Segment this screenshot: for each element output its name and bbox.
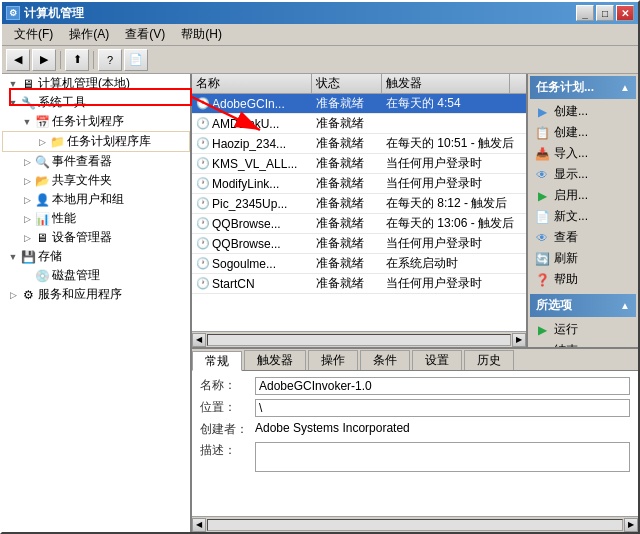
task-cell-status: 准备就绪: [312, 94, 382, 113]
table-row[interactable]: 🕐 Pic_2345Up... 准备就绪 在每天的 8:12 - 触发后: [192, 194, 526, 214]
prop-input-name[interactable]: [255, 377, 630, 395]
tab-actions[interactable]: 操作: [308, 350, 358, 370]
help-button[interactable]: ?: [98, 49, 122, 71]
tree-system-tools[interactable]: ▼ 🔧 系统工具: [2, 93, 190, 112]
tab-settings[interactable]: 设置: [412, 350, 462, 370]
task-icon-4: 🕐: [196, 177, 210, 190]
col-header-name[interactable]: 名称: [192, 74, 312, 93]
maximize-button[interactable]: □: [596, 5, 614, 21]
enable-icon: ▶: [534, 188, 550, 204]
tree-storage[interactable]: ▼ 💾 存储: [2, 247, 190, 266]
ops-new[interactable]: 📄 新文...: [530, 206, 636, 227]
ops-collapse-1[interactable]: ▲: [620, 82, 630, 93]
ops-create-2[interactable]: 📋 创建...: [530, 122, 636, 143]
task-table-body[interactable]: 🕐 AdobeGCIn... 准备就绪 在每天的 4:54 🕐 A: [192, 94, 526, 331]
task-icon-2: 🕐: [196, 137, 210, 150]
import-icon: 📥: [534, 146, 550, 162]
ops-import[interactable]: 📥 导入...: [530, 143, 636, 164]
expand-icon-library: ▷: [35, 135, 49, 149]
prop-row-location: 位置：: [200, 399, 630, 417]
prop-input-desc[interactable]: [255, 442, 630, 472]
window-title: 计算机管理: [24, 5, 84, 22]
tree-system-tools-label: 系统工具: [38, 94, 86, 111]
task-icon-6: 🕐: [196, 217, 210, 230]
forward-button[interactable]: ▶: [32, 49, 56, 71]
tree-task-library-label: 任务计划程序库: [67, 133, 151, 150]
task-cell-trigger: 在每天的 8:12 - 触发后: [382, 194, 526, 213]
up-button[interactable]: ⬆: [65, 49, 89, 71]
table-row[interactable]: 🕐 Sogoulme... 准备就绪 在系统启动时: [192, 254, 526, 274]
tree-root[interactable]: ▼ 🖥 计算机管理(本地): [2, 74, 190, 93]
horizontal-scrollbar[interactable]: ◀ ▶: [192, 331, 526, 347]
close-button[interactable]: ✕: [616, 5, 634, 21]
task-cell-status: 准备就绪: [312, 194, 382, 213]
table-row[interactable]: 🕐 ModifyLink... 准备就绪 当任何用户登录时: [192, 174, 526, 194]
refresh-icon: 🔄: [534, 251, 550, 267]
properties-h-scrollbar[interactable]: ◀ ▶: [192, 516, 638, 532]
tree-services[interactable]: ▷ ⚙ 服务和应用程序: [2, 285, 190, 304]
tab-general[interactable]: 常规: [192, 351, 242, 371]
ops-view[interactable]: 👁 查看: [530, 227, 636, 248]
menu-help[interactable]: 帮助(H): [173, 24, 230, 45]
col-header-status[interactable]: 状态: [312, 74, 382, 93]
expand-icon-storage: ▼: [6, 250, 20, 264]
tab-history[interactable]: 历史: [464, 350, 514, 370]
tree-event-viewer[interactable]: ▷ 🔍 事件查看器: [2, 152, 190, 171]
task-cell-trigger: 在每天的 13:06 - 触发后: [382, 214, 526, 233]
storage-icon: 💾: [20, 249, 36, 265]
h-scroll-track[interactable]: [207, 334, 511, 346]
ops-enable-label: 启用...: [554, 187, 588, 204]
ops-end[interactable]: ⏹ 结束: [530, 340, 636, 347]
ops-help[interactable]: ❓ 帮助: [530, 269, 636, 290]
tree-task-scheduler[interactable]: ▼ 📅 任务计划程序: [2, 112, 190, 131]
props-h-scroll-track[interactable]: [207, 519, 623, 531]
ops-create-1[interactable]: ▶ 创建...: [530, 101, 636, 122]
table-row[interactable]: 🕐 QQBrowse... 准备就绪 在每天的 13:06 - 触发后: [192, 214, 526, 234]
task-cell-status: 准备就绪: [312, 174, 382, 193]
prop-label-location: 位置：: [200, 399, 255, 416]
main-content: ▼ 🖥 计算机管理(本地) ▼ 🔧 系统工具 ▼ 📅 任务计划程序: [2, 74, 638, 532]
ops-enable[interactable]: ▶ 启用...: [530, 185, 636, 206]
table-row[interactable]: 🕐 Haozip_234... 准备就绪 在每天的 10:51 - 触发后: [192, 134, 526, 154]
ops-display[interactable]: 👁 显示...: [530, 164, 636, 185]
table-row[interactable]: 🕐 KMS_VL_ALL... 准备就绪 当任何用户登录时: [192, 154, 526, 174]
doc-button[interactable]: 📄: [124, 49, 148, 71]
tree-device-manager[interactable]: ▷ 🖥 设备管理器: [2, 228, 190, 247]
h-scroll-right[interactable]: ▶: [512, 333, 526, 347]
minimize-button[interactable]: _: [576, 5, 594, 21]
h-scroll-left[interactable]: ◀: [192, 333, 206, 347]
menu-action[interactable]: 操作(A): [61, 24, 117, 45]
task-cell-status: 准备就绪: [312, 134, 382, 153]
menu-view[interactable]: 查看(V): [117, 24, 173, 45]
task-icon-9: 🕐: [196, 277, 210, 290]
table-row[interactable]: 🕐 AMDLinkU... 准备就绪: [192, 114, 526, 134]
tree-task-scheduler-label: 任务计划程序: [52, 113, 124, 130]
expand-icon-services: ▷: [6, 288, 20, 302]
operations-panel: 任务计划... ▲ ▶ 创建... 📋 创建... 📥: [528, 74, 638, 347]
task-cell-status: 准备就绪: [312, 274, 382, 293]
props-h-scroll-left[interactable]: ◀: [192, 518, 206, 532]
ops-section-1-header: 任务计划... ▲: [530, 76, 636, 99]
menu-file[interactable]: 文件(F): [6, 24, 61, 45]
tree-shared-folders[interactable]: ▷ 📂 共享文件夹: [2, 171, 190, 190]
tree-disk-management[interactable]: 💿 磁盘管理: [2, 266, 190, 285]
back-button[interactable]: ◀: [6, 49, 30, 71]
tab-conditions[interactable]: 条件: [360, 350, 410, 370]
expand-icon-users: ▷: [20, 193, 34, 207]
ops-refresh[interactable]: 🔄 刷新: [530, 248, 636, 269]
table-row[interactable]: 🕐 StartCN 准备就绪 当任何用户登录时: [192, 274, 526, 294]
table-row[interactable]: 🕐 AdobeGCIn... 准备就绪 在每天的 4:54: [192, 94, 526, 114]
tree-performance[interactable]: ▷ 📊 性能: [2, 209, 190, 228]
menu-bar: 文件(F) 操作(A) 查看(V) 帮助(H): [2, 24, 638, 46]
tab-triggers[interactable]: 触发器: [244, 350, 306, 370]
props-h-scroll-right[interactable]: ▶: [624, 518, 638, 532]
ops-run[interactable]: ▶ 运行: [530, 319, 636, 340]
prop-input-location[interactable]: [255, 399, 630, 417]
tree-task-library[interactable]: ▷ 📁 任务计划程序库: [2, 131, 190, 152]
table-row[interactable]: 🕐 QQBrowse... 准备就绪 当任何用户登录时: [192, 234, 526, 254]
col-header-trigger[interactable]: 触发器: [382, 74, 510, 93]
ops-collapse-2[interactable]: ▲: [620, 300, 630, 311]
right-panel: 名称 状态 触发器 🕐 AdobeGCIn...: [192, 74, 638, 532]
tree-local-users[interactable]: ▷ 👤 本地用户和组: [2, 190, 190, 209]
expand-icon-root: ▼: [6, 77, 20, 91]
